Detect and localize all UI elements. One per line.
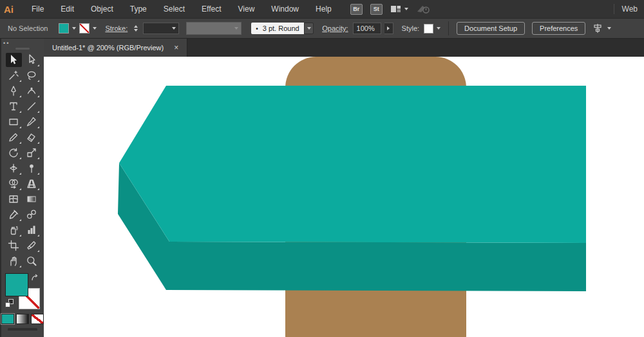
shaper-icon	[8, 131, 19, 143]
curvature-tool[interactable]	[24, 84, 40, 98]
document-setup-button[interactable]: Document Setup	[457, 22, 525, 35]
default-colors-icon[interactable]	[5, 299, 14, 307]
align-icon	[592, 23, 604, 34]
menu-select[interactable]: Select	[155, 5, 193, 14]
preferences-button[interactable]: Preferences	[532, 22, 585, 35]
brush-definition-field[interactable]: • 3 pt. Round	[251, 23, 304, 34]
blend-icon	[26, 209, 37, 220]
menu-edit[interactable]: Edit	[52, 5, 82, 14]
arrange-documents-dropdown[interactable]	[390, 5, 408, 14]
gradient-mode-button[interactable]	[16, 314, 29, 324]
symbol-sprayer-icon	[8, 224, 19, 236]
illustrator-logo-icon: Ai	[4, 4, 23, 15]
blend-tool[interactable]	[24, 207, 40, 222]
perspective-grid-tool[interactable]	[24, 177, 40, 191]
canvas-area[interactable]	[44, 57, 644, 337]
panel-drag-grip[interactable]	[15, 48, 30, 50]
tool-grid	[1, 53, 44, 268]
column-graph-tool[interactable]	[24, 223, 40, 237]
document-tab[interactable]: Untitled-1* @ 200% (RGB/Preview) ×	[44, 39, 187, 57]
workspace-switcher[interactable]: Web	[622, 5, 638, 14]
magic-wand-tool[interactable]	[6, 68, 22, 82]
shape-builder-tool[interactable]	[6, 177, 22, 191]
slice-icon	[26, 240, 37, 251]
puppet-warp-tool[interactable]	[24, 161, 40, 175]
lasso-tool[interactable]	[24, 68, 40, 82]
menu-object[interactable]: Object	[82, 5, 122, 14]
control-bar: No Selection Stroke: • 3 pt. Round Opaci…	[0, 18, 644, 39]
stroke-weight-dropdown[interactable]	[143, 23, 179, 34]
menu-type[interactable]: Type	[122, 5, 155, 14]
eraser-tool[interactable]	[24, 130, 40, 144]
zoom-tool[interactable]	[24, 254, 40, 268]
share-document-icon[interactable]	[416, 4, 430, 14]
panel-collapse-handle[interactable]: ••	[1, 39, 44, 46]
slice-tool[interactable]	[24, 238, 40, 253]
menu-effect[interactable]: Effect	[193, 5, 229, 14]
width-icon	[8, 162, 19, 174]
fill-indicator[interactable]	[5, 273, 28, 296]
artwork-banner-top-shape[interactable]	[119, 86, 586, 243]
width-profile-dropdown	[186, 22, 242, 35]
rotate-icon	[8, 147, 19, 159]
direct-selection-tool[interactable]	[24, 53, 40, 67]
swap-fill-stroke-icon[interactable]	[31, 274, 39, 282]
color-mode-button[interactable]	[1, 314, 14, 324]
brush-definition-value: 3 pt. Round	[263, 24, 299, 32]
chevron-down-icon	[404, 8, 408, 10]
magic-wand-icon	[8, 70, 19, 81]
paint-mode-buttons	[1, 314, 44, 324]
gradient-tool[interactable]	[24, 192, 40, 206]
chevron-down-icon[interactable]	[72, 27, 76, 30]
opacity-more-button[interactable]	[384, 23, 393, 34]
lasso-icon	[26, 70, 37, 81]
scale-tool[interactable]	[24, 146, 40, 160]
scale-icon	[26, 147, 37, 159]
direct-selection-icon	[26, 54, 37, 66]
stock-button[interactable]: St	[370, 4, 383, 15]
line-segment-tool[interactable]	[24, 99, 40, 113]
chevron-down-icon[interactable]	[93, 27, 97, 30]
step-up-icon	[134, 25, 138, 28]
menu-window[interactable]: Window	[263, 5, 307, 14]
rectangle-tool[interactable]	[6, 115, 22, 129]
rotate-tool[interactable]	[6, 146, 22, 160]
mesh-icon	[8, 193, 19, 205]
menu-help[interactable]: Help	[307, 5, 340, 14]
menu-file[interactable]: File	[23, 5, 52, 14]
chevron-down-icon	[172, 27, 176, 30]
shaper-tool[interactable]	[6, 130, 22, 144]
stroke-weight-stepper[interactable]	[132, 25, 140, 32]
artboard-tool[interactable]	[6, 238, 22, 253]
align-options-dropdown[interactable]	[592, 23, 611, 34]
brush-definition-dropdown[interactable]	[304, 23, 314, 34]
stroke-label[interactable]: Stroke:	[105, 24, 128, 32]
mesh-tool[interactable]	[6, 192, 22, 206]
paintbrush-tool[interactable]	[24, 115, 40, 129]
close-tab-icon[interactable]: ×	[174, 44, 178, 52]
selection-tool[interactable]	[6, 53, 22, 67]
none-mode-button[interactable]	[31, 314, 44, 324]
eraser-icon	[26, 131, 37, 143]
eyedropper-tool[interactable]	[6, 207, 22, 222]
curvature-icon	[26, 85, 37, 97]
selection-icon	[8, 54, 19, 66]
symbol-sprayer-tool[interactable]	[6, 223, 22, 237]
style-label: Style:	[402, 24, 420, 32]
opacity-input[interactable]: 100%	[353, 23, 381, 34]
width-tool[interactable]	[6, 161, 22, 175]
bridge-button[interactable]: Br	[350, 4, 363, 15]
hand-tool[interactable]	[6, 254, 22, 268]
puppet-warp-icon	[26, 162, 37, 174]
pen-tool[interactable]	[6, 84, 22, 98]
graphic-style-swatch[interactable]	[424, 24, 433, 34]
chevron-down-icon[interactable]	[437, 27, 440, 30]
opacity-label[interactable]: Opacity:	[322, 24, 348, 32]
stroke-color-swatch[interactable]	[79, 23, 90, 34]
chevron-down-icon	[307, 27, 311, 30]
draw-mode-button[interactable]	[8, 328, 37, 331]
type-tool[interactable]	[6, 99, 22, 113]
menu-view[interactable]: View	[230, 5, 263, 14]
hand-icon	[8, 255, 19, 267]
fill-color-swatch[interactable]	[59, 23, 69, 34]
